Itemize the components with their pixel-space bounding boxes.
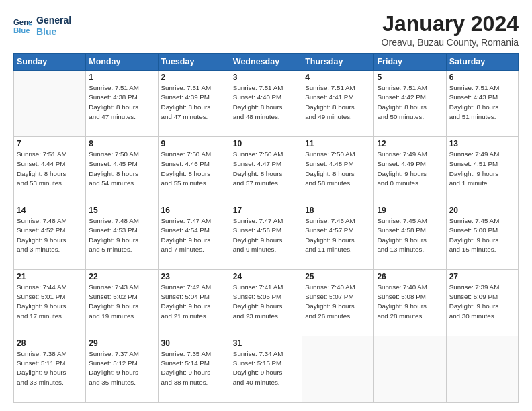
calendar-cell: 14Sunrise: 7:48 AMSunset: 4:52 PMDayligh…: [14, 203, 86, 270]
weekday-header-wednesday: Wednesday: [230, 54, 302, 71]
calendar-cell: 17Sunrise: 7:47 AMSunset: 4:56 PMDayligh…: [230, 203, 302, 270]
header: General Blue General Blue January 2024 O…: [13, 12, 519, 48]
calendar-page: General Blue General Blue January 2024 O…: [0, 0, 532, 411]
day-number: 21: [17, 272, 83, 281]
logo-text: General: [36, 15, 71, 26]
calendar-cell: 8Sunrise: 7:50 AMSunset: 4:45 PMDaylight…: [86, 137, 158, 203]
day-info: Sunrise: 7:44 AMSunset: 5:01 PMDaylight:…: [17, 283, 83, 321]
day-number: 8: [89, 139, 154, 148]
weekday-header-saturday: Saturday: [446, 54, 518, 71]
day-info: Sunrise: 7:50 AMSunset: 4:45 PMDaylight:…: [89, 150, 154, 188]
day-number: 24: [233, 272, 299, 281]
calendar-table: SundayMondayTuesdayWednesdayThursdayFrid…: [13, 53, 519, 403]
day-number: 4: [305, 73, 371, 82]
week-row-3: 21Sunrise: 7:44 AMSunset: 5:01 PMDayligh…: [14, 270, 519, 336]
calendar-cell: 30Sunrise: 7:35 AMSunset: 5:14 PMDayligh…: [158, 336, 230, 403]
day-number: 20: [449, 205, 515, 215]
day-number: 30: [161, 338, 227, 348]
day-info: Sunrise: 7:45 AMSunset: 5:00 PMDaylight:…: [449, 216, 515, 255]
calendar-cell: 29Sunrise: 7:37 AMSunset: 5:12 PMDayligh…: [86, 336, 158, 403]
calendar-cell: 13Sunrise: 7:49 AMSunset: 4:51 PMDayligh…: [446, 137, 518, 203]
calendar-cell: 10Sunrise: 7:50 AMSunset: 4:47 PMDayligh…: [230, 137, 302, 203]
day-info: Sunrise: 7:51 AMSunset: 4:40 PMDaylight:…: [233, 83, 299, 122]
day-info: Sunrise: 7:39 AMSunset: 5:09 PMDaylight:…: [449, 283, 515, 321]
day-number: 27: [449, 272, 515, 281]
logo: General Blue General Blue: [13, 15, 71, 38]
day-info: Sunrise: 7:47 AMSunset: 4:54 PMDaylight:…: [161, 216, 227, 255]
day-info: Sunrise: 7:37 AMSunset: 5:12 PMDaylight:…: [89, 349, 154, 387]
day-info: Sunrise: 7:41 AMSunset: 5:05 PMDaylight:…: [233, 283, 299, 321]
weekday-header-thursday: Thursday: [302, 54, 374, 71]
day-number: 2: [161, 73, 227, 82]
day-number: 6: [449, 73, 515, 82]
weekday-header-row: SundayMondayTuesdayWednesdayThursdayFrid…: [14, 54, 519, 71]
calendar-cell: 15Sunrise: 7:48 AMSunset: 4:53 PMDayligh…: [86, 203, 158, 270]
day-info: Sunrise: 7:51 AMSunset: 4:39 PMDaylight:…: [161, 83, 227, 122]
week-row-1: 7Sunrise: 7:51 AMSunset: 4:44 PMDaylight…: [14, 137, 519, 203]
weekday-header-sunday: Sunday: [14, 54, 86, 71]
calendar-cell: 3Sunrise: 7:51 AMSunset: 4:40 PMDaylight…: [230, 71, 302, 137]
day-number: 1: [89, 73, 154, 82]
day-number: 10: [233, 139, 299, 148]
day-info: Sunrise: 7:40 AMSunset: 5:08 PMDaylight:…: [377, 283, 443, 321]
day-info: Sunrise: 7:50 AMSunset: 4:47 PMDaylight:…: [233, 150, 299, 188]
day-number: 3: [233, 73, 299, 82]
day-info: Sunrise: 7:50 AMSunset: 4:46 PMDaylight:…: [161, 150, 227, 188]
day-number: 5: [377, 73, 443, 82]
title-block: January 2024 Oreavu, Buzau County, Roman…: [382, 12, 519, 48]
logo-text-blue: Blue: [36, 26, 71, 38]
day-number: 18: [305, 205, 371, 215]
day-info: Sunrise: 7:51 AMSunset: 4:38 PMDaylight:…: [89, 83, 154, 122]
calendar-cell: 6Sunrise: 7:51 AMSunset: 4:43 PMDaylight…: [446, 71, 518, 137]
day-number: 15: [89, 205, 154, 215]
calendar-title: January 2024: [382, 12, 519, 36]
day-info: Sunrise: 7:47 AMSunset: 4:56 PMDaylight:…: [233, 216, 299, 255]
day-number: 25: [305, 272, 371, 281]
day-number: 11: [305, 139, 371, 148]
day-number: 7: [17, 139, 83, 148]
day-info: Sunrise: 7:48 AMSunset: 4:52 PMDaylight:…: [17, 216, 83, 255]
day-number: 13: [449, 139, 515, 148]
week-row-2: 14Sunrise: 7:48 AMSunset: 4:52 PMDayligh…: [14, 203, 519, 270]
day-info: Sunrise: 7:42 AMSunset: 5:04 PMDaylight:…: [161, 283, 227, 321]
calendar-cell: 21Sunrise: 7:44 AMSunset: 5:01 PMDayligh…: [14, 270, 86, 336]
day-number: 29: [89, 338, 154, 348]
day-info: Sunrise: 7:45 AMSunset: 4:58 PMDaylight:…: [377, 216, 443, 255]
day-number: 16: [161, 205, 227, 215]
calendar-cell: [374, 336, 446, 403]
day-info: Sunrise: 7:38 AMSunset: 5:11 PMDaylight:…: [17, 349, 83, 387]
day-info: Sunrise: 7:43 AMSunset: 5:02 PMDaylight:…: [89, 283, 154, 321]
day-number: 17: [233, 205, 299, 215]
day-info: Sunrise: 7:50 AMSunset: 4:48 PMDaylight:…: [305, 150, 371, 188]
day-info: Sunrise: 7:49 AMSunset: 4:49 PMDaylight:…: [377, 150, 443, 188]
calendar-cell: 11Sunrise: 7:50 AMSunset: 4:48 PMDayligh…: [302, 137, 374, 203]
day-info: Sunrise: 7:34 AMSunset: 5:15 PMDaylight:…: [233, 349, 299, 387]
calendar-cell: 20Sunrise: 7:45 AMSunset: 5:00 PMDayligh…: [446, 203, 518, 270]
week-row-4: 28Sunrise: 7:38 AMSunset: 5:11 PMDayligh…: [14, 336, 519, 403]
week-row-0: 1Sunrise: 7:51 AMSunset: 4:38 PMDaylight…: [14, 71, 519, 137]
calendar-cell: 22Sunrise: 7:43 AMSunset: 5:02 PMDayligh…: [86, 270, 158, 336]
day-info: Sunrise: 7:51 AMSunset: 4:42 PMDaylight:…: [377, 83, 443, 122]
calendar-cell: 27Sunrise: 7:39 AMSunset: 5:09 PMDayligh…: [446, 270, 518, 336]
calendar-cell: [446, 336, 518, 403]
day-number: 19: [377, 205, 443, 215]
calendar-cell: 19Sunrise: 7:45 AMSunset: 4:58 PMDayligh…: [374, 203, 446, 270]
calendar-subtitle: Oreavu, Buzau County, Romania: [382, 37, 519, 48]
day-number: 31: [233, 338, 299, 348]
day-info: Sunrise: 7:46 AMSunset: 4:57 PMDaylight:…: [305, 216, 371, 255]
calendar-cell: [14, 71, 86, 137]
day-info: Sunrise: 7:49 AMSunset: 4:51 PMDaylight:…: [449, 150, 515, 188]
calendar-cell: 26Sunrise: 7:40 AMSunset: 5:08 PMDayligh…: [374, 270, 446, 336]
day-info: Sunrise: 7:48 AMSunset: 4:53 PMDaylight:…: [89, 216, 154, 255]
weekday-header-friday: Friday: [374, 54, 446, 71]
calendar-cell: 23Sunrise: 7:42 AMSunset: 5:04 PMDayligh…: [158, 270, 230, 336]
day-info: Sunrise: 7:40 AMSunset: 5:07 PMDaylight:…: [305, 283, 371, 321]
calendar-cell: 7Sunrise: 7:51 AMSunset: 4:44 PMDaylight…: [14, 137, 86, 203]
svg-text:Blue: Blue: [13, 26, 30, 34]
weekday-header-monday: Monday: [86, 54, 158, 71]
calendar-cell: 31Sunrise: 7:34 AMSunset: 5:15 PMDayligh…: [230, 336, 302, 403]
calendar-cell: 25Sunrise: 7:40 AMSunset: 5:07 PMDayligh…: [302, 270, 374, 336]
calendar-cell: 18Sunrise: 7:46 AMSunset: 4:57 PMDayligh…: [302, 203, 374, 270]
calendar-cell: 4Sunrise: 7:51 AMSunset: 4:41 PMDaylight…: [302, 71, 374, 137]
day-number: 14: [17, 205, 83, 215]
